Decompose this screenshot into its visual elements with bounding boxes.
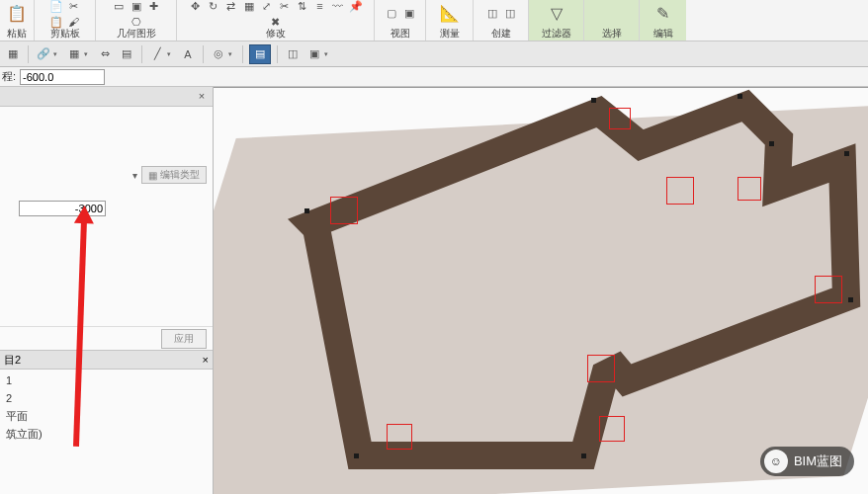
qat-dim-icon[interactable]: ⇔ — [96, 45, 114, 63]
move-icon[interactable]: ✥ — [188, 0, 204, 13]
qat-comp-icon[interactable]: ◎ — [210, 45, 227, 63]
ribbon-label: 创建 — [491, 27, 511, 41]
ribbon-group-paste: 📋 粘贴 — [0, 0, 34, 41]
measure-icon[interactable]: 📐 — [439, 3, 461, 25]
qat-grid-icon[interactable]: ◫ — [284, 45, 302, 63]
ribbon-label: 测量 — [440, 27, 460, 41]
rotate-icon[interactable]: ↻ — [206, 0, 221, 13]
browser-header: 目2 × — [0, 350, 213, 370]
split-icon[interactable]: ✚ — [146, 0, 162, 13]
offset-icon[interactable]: ⇅ — [295, 0, 310, 13]
close-icon[interactable]: × — [203, 354, 209, 366]
qat-link-icon[interactable]: 🔗 — [35, 45, 52, 63]
ribbon-group-clipboard: 📄 ✂ 📋 🖌 剪贴板 — [34, 0, 95, 41]
elevation-input[interactable] — [20, 69, 105, 85]
watermark-icon: ☺ — [764, 450, 788, 473]
vertex-dot — [591, 98, 596, 103]
ribbon-group-create: ◫ ◫ 创建 — [473, 0, 528, 41]
browser-node[interactable]: 平面 — [6, 407, 207, 425]
browser-title: 目2 — [4, 353, 21, 368]
edit-icon[interactable]: ✎ — [652, 3, 674, 25]
ribbon-label: 视图 — [391, 27, 410, 41]
paste-icon[interactable]: 📋 — [6, 3, 28, 25]
vertex-dot — [581, 453, 586, 458]
vertex-dot — [738, 94, 742, 99]
qat-text-icon[interactable]: A — [179, 45, 197, 63]
ribbon: 📋 粘贴 📄 ✂ 📋 🖌 剪贴板 ▭ ▣ ✚ ⎔ 几何图形 ✥ ↻ ⇄ ▦ ⤢ … — [0, 0, 868, 41]
trim2-icon[interactable]: ✂ — [277, 0, 293, 13]
watermark-chip: ☺ BIM蓝图 — [760, 447, 854, 476]
ribbon-group-modify: ✥ ↻ ⇄ ▦ ⤢ ✂ ⇅ ≡ 〰 📌 ✖ 修改 — [176, 0, 374, 41]
cut-icon[interactable]: ✂ — [66, 0, 82, 13]
ribbon-group-geometry: ▭ ▣ ✚ ⎔ 几何图形 — [95, 0, 176, 41]
browser-node[interactable]: 2 — [6, 389, 207, 407]
qat-line-icon[interactable]: ╱ — [148, 45, 166, 63]
browser-node[interactable]: 筑立面) — [6, 425, 207, 443]
ribbon-label: 几何图形 — [117, 27, 156, 41]
close-icon[interactable]: × — [195, 90, 209, 104]
offset-value-input[interactable] — [19, 201, 106, 216]
ribbon-label: 过滤器 — [542, 27, 571, 41]
view2-icon[interactable]: ▣ — [401, 7, 417, 21]
create-icon[interactable]: ◫ — [484, 7, 500, 21]
ribbon-label: 编辑 — [653, 27, 673, 41]
chevron-down-icon[interactable]: ▾ — [167, 50, 175, 58]
viewport-3d[interactable] — [214, 87, 868, 494]
splitline-icon[interactable]: 〰 — [330, 0, 346, 13]
join-icon[interactable]: ▭ — [111, 0, 127, 13]
create2-icon[interactable]: ◫ — [502, 7, 518, 21]
ribbon-group-edit: ✎ 编辑 — [639, 0, 686, 41]
vertex-dot — [848, 297, 853, 302]
ribbon-group-select: 选择 — [583, 0, 639, 41]
unjoin-icon[interactable]: ▣ — [129, 0, 144, 13]
apply-button[interactable]: 应用 — [161, 329, 207, 349]
qat-active-tool-icon[interactable]: ▤ — [249, 44, 271, 64]
qat-tool-icon[interactable]: ▦ — [65, 45, 83, 63]
quick-access-toolbar: ▦ 🔗▾ ▦▾ ⇔ ▤ ╱▾ A ◎▾ ▤ ◫ ▣▾ — [0, 41, 868, 67]
qat-tool2-icon[interactable]: ▤ — [118, 45, 135, 63]
scale-icon[interactable]: ⤢ — [259, 0, 275, 13]
project-browser[interactable]: 1 2 平面 筑立面) — [0, 370, 213, 494]
chevron-down-icon[interactable]: ▾ — [228, 50, 236, 58]
ribbon-label: 粘贴 — [7, 27, 27, 41]
edit-type-icon: ▦ — [148, 170, 157, 181]
vertex-dot — [844, 151, 849, 156]
view-icon[interactable]: ▢ — [384, 7, 399, 21]
ribbon-group-filter: ▽ 过滤器 — [528, 0, 583, 41]
copy-icon[interactable]: 📄 — [48, 0, 64, 13]
mirror-icon[interactable]: ⇄ — [223, 0, 239, 13]
edit-type-button[interactable]: ▦ 编辑类型 — [141, 166, 207, 184]
properties-panel: × ▾ ▦ 编辑类型 应用 目2 × 1 2 — [0, 87, 214, 494]
edit-type-label: 编辑类型 — [160, 168, 200, 182]
chevron-down-icon[interactable]: ▾ — [84, 50, 92, 58]
filter-icon[interactable]: ▽ — [546, 3, 567, 25]
qat-view-icon[interactable]: ▣ — [305, 45, 323, 63]
ribbon-group-view: ▢ ▣ 视图 — [374, 0, 425, 41]
ribbon-label: 剪贴板 — [50, 27, 80, 41]
align-icon[interactable]: ≡ — [312, 0, 328, 13]
browser-node[interactable]: 1 — [6, 371, 207, 389]
pin-icon[interactable]: 📌 — [348, 0, 364, 13]
ribbon-label: 选择 — [602, 27, 622, 41]
ribbon-group-measure: 📐 测量 — [425, 0, 473, 41]
ribbon-label: 修改 — [266, 27, 286, 41]
array-icon[interactable]: ▦ — [241, 0, 257, 13]
elevation-label: 程: — [2, 69, 16, 84]
chevron-down-icon[interactable]: ▾ — [53, 50, 61, 58]
chevron-down-icon[interactable]: ▾ — [324, 50, 332, 58]
panel-header: × — [0, 87, 213, 107]
wall-geometry — [214, 88, 866, 494]
vertex-dot — [354, 453, 359, 458]
chevron-down-icon[interactable]: ▾ — [132, 170, 137, 181]
elevation-bar: 程: — [0, 67, 868, 87]
watermark-text: BIM蓝图 — [794, 453, 842, 470]
vertex-dot — [304, 208, 309, 213]
qat-nav-icon[interactable]: ▦ — [4, 45, 22, 63]
vertex-dot — [769, 141, 774, 146]
